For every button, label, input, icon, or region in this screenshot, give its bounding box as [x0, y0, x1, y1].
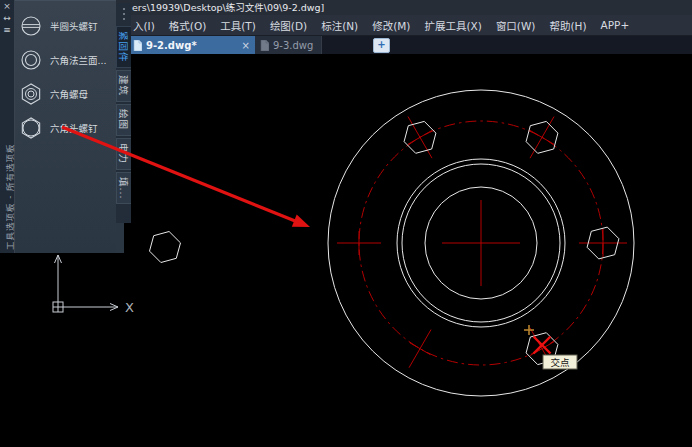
properties-icon[interactable]: ≡: [3, 25, 11, 35]
menu-item-window[interactable]: 窗口(W): [489, 18, 543, 33]
autohide-icon[interactable]: ↔: [3, 13, 11, 23]
menu-item-help[interactable]: 帮助(H): [542, 18, 593, 33]
round-head-screw-icon: [19, 14, 43, 38]
menu-item-insert[interactable]: 入(I): [126, 18, 162, 33]
hole-centerline: [410, 343, 431, 355]
palette-tab-architecture[interactable]: 建筑: [116, 70, 131, 102]
menu-item-dimension[interactable]: 标注(N): [314, 18, 365, 33]
doc-tab-label: 9-3.dwg: [273, 40, 313, 51]
hex-flange-icon: [19, 48, 43, 72]
menu-item-modify[interactable]: 修改(M): [365, 18, 417, 33]
palette-item-label: 六角螺母: [50, 87, 88, 101]
menu-item-express-tools[interactable]: 扩展工具(X): [417, 18, 488, 33]
palette-tab-fill[interactable]: 填...: [116, 172, 131, 204]
palette-item-label: 六角法兰面...: [50, 53, 107, 67]
snap-tooltip-label: 交点: [550, 357, 570, 368]
flange-circle: [328, 90, 634, 396]
palette-tab-drawing[interactable]: 绘图: [116, 104, 131, 136]
close-tab-icon[interactable]: ×: [242, 40, 250, 51]
hex-bolt: [404, 121, 436, 153]
annotation-arrow-head: [292, 215, 310, 227]
window-title: ers\19939\Desktop\练习文件\09\9-2.dwg]: [132, 2, 324, 13]
menu-item-app[interactable]: APP+: [594, 19, 637, 31]
hex-bolt: [526, 121, 558, 153]
palette-grip-handle[interactable]: [116, 3, 131, 26]
palette-step: [116, 223, 124, 253]
doc-tab-9-2[interactable]: 9-2.dwg* ×: [128, 36, 255, 54]
ucs-icon: X: [53, 255, 134, 315]
palette-item-hex-flange[interactable]: 六角法兰面...: [19, 45, 113, 75]
hole-centerline: [530, 342, 554, 356]
document-icon: [260, 40, 269, 51]
new-tab-button[interactable]: +: [373, 38, 390, 53]
palette-title-strip[interactable]: × ↔ ≡ 工具选项板 - 所有选项板: [0, 0, 15, 253]
hex-bolt: [587, 227, 619, 259]
hole-centerline: [409, 330, 431, 368]
palette-item-label: 半圆头螺钉: [50, 19, 98, 33]
hole-centerline: [530, 130, 554, 144]
close-icon[interactable]: ×: [3, 1, 11, 11]
hole-centerline: [530, 328, 554, 370]
flange-circle: [402, 164, 560, 322]
flange-circle: [397, 159, 565, 327]
menu-item-tools[interactable]: 工具(T): [213, 18, 263, 33]
doc-tab-label: 9-2.dwg*: [146, 40, 197, 51]
palette-tab-strip: 紧固件 建筑 绘图 电力 填...: [116, 3, 131, 223]
hex-nut-icon: [19, 82, 43, 106]
flange-circle: [425, 187, 537, 299]
hole-centerline: [408, 117, 432, 159]
hex-bolt: [526, 333, 558, 365]
document-icon: [133, 40, 142, 51]
hex-bolt-icon: [19, 116, 43, 140]
hole-centerline: [530, 117, 554, 159]
palette-item-label: 六角头螺钉: [50, 121, 98, 135]
menu-item-draw[interactable]: 绘图(D): [263, 18, 314, 33]
tool-palette: × ↔ ≡ 工具选项板 - 所有选项板 半圆头螺钉 六角法兰面...: [0, 0, 131, 253]
menu-item-format[interactable]: 格式(O): [162, 18, 213, 33]
palette-tab-fasteners[interactable]: 紧固件: [116, 26, 131, 68]
hex-bolt-preview: [150, 232, 181, 263]
snap-intersection-marker: [534, 337, 551, 354]
palette-body: 半圆头螺钉 六角法兰面... 六角螺母 六角头螺钉: [15, 0, 116, 253]
snap-tooltip: [543, 355, 577, 369]
doc-tab-9-3[interactable]: 9-3.dwg: [255, 36, 322, 54]
palette-tab-electric[interactable]: 电力: [116, 138, 131, 170]
palette-item-round-head-screw[interactable]: 半圆头螺钉: [19, 11, 113, 41]
palette-title: 工具选项板 - 所有选项板: [3, 144, 15, 250]
snap-intersection-marker: [534, 337, 551, 354]
ucs-x-label: X: [125, 300, 134, 315]
palette-item-hex-nut[interactable]: 六角螺母: [19, 79, 113, 109]
palette-item-hex-bolt[interactable]: 六角头螺钉: [19, 113, 113, 143]
hole-centerline: [408, 130, 432, 144]
bolt-circle-centerline: [359, 121, 603, 365]
